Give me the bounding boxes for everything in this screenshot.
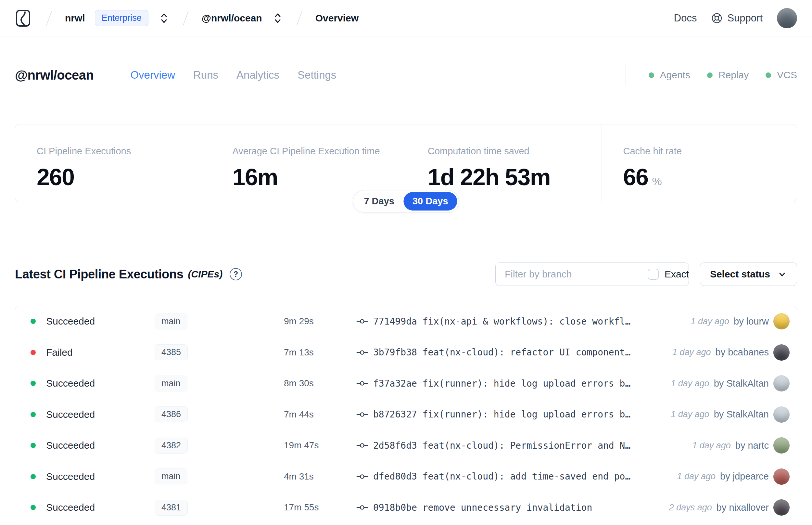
breadcrumb-slash	[46, 11, 52, 26]
commit-message[interactable]: dfed80d3 feat(nx-cloud): add time-saved …	[373, 471, 630, 482]
duration-label: 17m 55s	[284, 502, 356, 513]
branch-filter-group: Exact	[495, 262, 689, 286]
nx-cloud-logo-icon	[15, 10, 33, 27]
table-row[interactable]: Succeeded main 9m 29s 771499da fix(nx-ap…	[15, 306, 797, 337]
status-label: Failed	[46, 347, 73, 358]
enterprise-badge[interactable]: Enterprise	[95, 10, 149, 26]
status-select-dropdown[interactable]: Select status	[700, 262, 797, 286]
commit-message[interactable]: f37a32ae fix(runner): hide log upload er…	[373, 378, 630, 389]
branch-badge[interactable]: main	[155, 468, 187, 484]
duration-label: 7m 44s	[284, 409, 356, 420]
table-row[interactable]: Failed 4385 7m 13s 3b79fb38 feat(nx-clou…	[15, 337, 797, 369]
author-avatar[interactable]	[773, 437, 790, 453]
author-avatar[interactable]	[773, 375, 790, 391]
status-vcs[interactable]: VCS	[766, 70, 797, 80]
stats-card-row: CI Pipeline Executions 260 Average CI Pi…	[15, 124, 797, 202]
workspace-switcher-button[interactable]	[272, 10, 284, 26]
author-label: by nartc	[735, 440, 769, 451]
status-label: Succeeded	[46, 440, 95, 451]
table-row[interactable]: Succeeded main 8m 30s f37a32ae fix(runne…	[15, 368, 797, 399]
tab-settings[interactable]: Settings	[297, 69, 336, 81]
status-dot-icon	[31, 505, 36, 510]
table-row[interactable]: Succeeded 4381 17m 55s 0918b0be remove u…	[15, 492, 797, 523]
chevron-up-down-icon	[159, 12, 169, 25]
status-dot-icon	[31, 474, 36, 479]
branch-badge[interactable]: main	[155, 376, 187, 391]
cipe-section-header: Latest CI Pipeline Executions (CIPEs) ? …	[15, 261, 797, 287]
duration-label: 9m 29s	[284, 316, 356, 327]
branch-badge[interactable]: 4386	[155, 406, 188, 422]
author-avatar[interactable]	[773, 344, 790, 361]
git-commit-icon	[356, 503, 368, 512]
help-icon[interactable]: ?	[230, 268, 242, 280]
chevron-up-down-icon	[273, 12, 282, 25]
status-dot-icon	[31, 412, 36, 417]
breadcrumb-org[interactable]: nrwl	[65, 13, 85, 24]
branch-badge[interactable]: 4381	[155, 500, 188, 515]
git-commit-icon	[356, 348, 368, 357]
chevron-down-icon	[777, 269, 787, 279]
git-commit-icon	[356, 379, 368, 388]
commit-message[interactable]: b8726327 fix(runner): hide log upload er…	[373, 409, 630, 420]
git-commit-icon	[356, 472, 368, 481]
stat-ci-pipeline-executions: CI Pipeline Executions 260	[15, 124, 211, 202]
author-avatar[interactable]	[773, 499, 790, 515]
author-avatar[interactable]	[773, 406, 790, 423]
user-avatar[interactable]	[777, 8, 797, 28]
support-link[interactable]: Support	[711, 12, 763, 24]
commit-message[interactable]: 2d58f6d3 feat(nx-cloud): PermissionError…	[373, 440, 630, 451]
exact-checkbox[interactable]	[648, 269, 659, 280]
workspace-tabs: Overview Runs Analytics Settings	[130, 69, 336, 81]
branch-badge[interactable]: main	[155, 314, 187, 329]
status-dot-icon	[31, 443, 36, 448]
stat-cache-hit-rate: Cache hit rate 66%	[601, 124, 797, 202]
integration-status-group: Agents Replay VCS	[649, 70, 797, 80]
status-label: Succeeded	[46, 409, 95, 420]
author-label: by bcabanes	[716, 347, 769, 358]
breadcrumb-workspace[interactable]: @nrwl/ocean	[202, 13, 262, 24]
relative-time-label: 1 day ago	[677, 471, 716, 481]
range-7-days-button[interactable]: 7 Days	[355, 192, 403, 211]
relative-time-label: 1 day ago	[671, 378, 709, 389]
cipe-title: Latest CI Pipeline Executions	[15, 267, 183, 281]
status-label: Succeeded	[46, 378, 95, 389]
green-dot-icon	[649, 73, 654, 78]
docs-link[interactable]: Docs	[674, 12, 697, 24]
range-30-days-button[interactable]: 30 Days	[403, 192, 457, 211]
workspace-header: @nrwl/ocean Overview Runs Analytics Sett…	[15, 62, 797, 88]
status-dot-icon	[31, 381, 36, 386]
cipe-filters: Exact Select status	[495, 262, 797, 286]
duration-label: 7m 13s	[284, 347, 356, 358]
status-replay[interactable]: Replay	[707, 70, 749, 80]
author-label: by StalkAltan	[714, 409, 769, 420]
page-title: @nrwl/ocean	[15, 68, 94, 82]
status-label: Succeeded	[46, 471, 95, 482]
author-avatar[interactable]	[773, 313, 790, 329]
tab-runs[interactable]: Runs	[193, 69, 218, 81]
divider	[626, 64, 626, 86]
branch-badge[interactable]: 4385	[155, 344, 188, 360]
branch-badge[interactable]: 4382	[155, 438, 188, 453]
table-row[interactable]: Succeeded 4382 19m 47s 2d58f6d3 feat(nx-…	[15, 430, 797, 461]
table-row[interactable]: Succeeded main 4m 31s dfed80d3 feat(nx-c…	[15, 461, 797, 493]
tab-analytics[interactable]: Analytics	[236, 69, 279, 81]
divider	[112, 62, 112, 88]
org-switcher-button[interactable]	[158, 10, 170, 26]
nx-cloud-logo[interactable]	[15, 9, 33, 27]
date-range-toggle: 7 Days 30 Days	[353, 190, 459, 212]
branch-filter-input[interactable]	[496, 263, 639, 286]
docs-label: Docs	[674, 12, 697, 24]
support-label: Support	[727, 12, 763, 24]
status-dot-icon	[31, 350, 36, 355]
commit-message[interactable]: 0918b0be remove unnecessary invalidation	[373, 502, 592, 513]
tab-overview[interactable]: Overview	[130, 69, 175, 81]
commit-message[interactable]: 3b79fb38 feat(nx-cloud): refactor UI com…	[373, 347, 630, 358]
author-label: by jdpearce	[720, 471, 769, 482]
life-buoy-icon	[711, 12, 723, 24]
commit-message[interactable]: 771499da fix(nx-api & workflows): close …	[373, 316, 630, 327]
top-navbar: nrwl Enterprise @nrwl/ocean Overview Doc…	[0, 0, 812, 36]
status-agents[interactable]: Agents	[649, 70, 690, 80]
author-label: by nixallover	[717, 502, 769, 513]
author-avatar[interactable]	[773, 468, 790, 485]
table-row[interactable]: Succeeded 4386 7m 44s b8726327 fix(runne…	[15, 399, 797, 431]
